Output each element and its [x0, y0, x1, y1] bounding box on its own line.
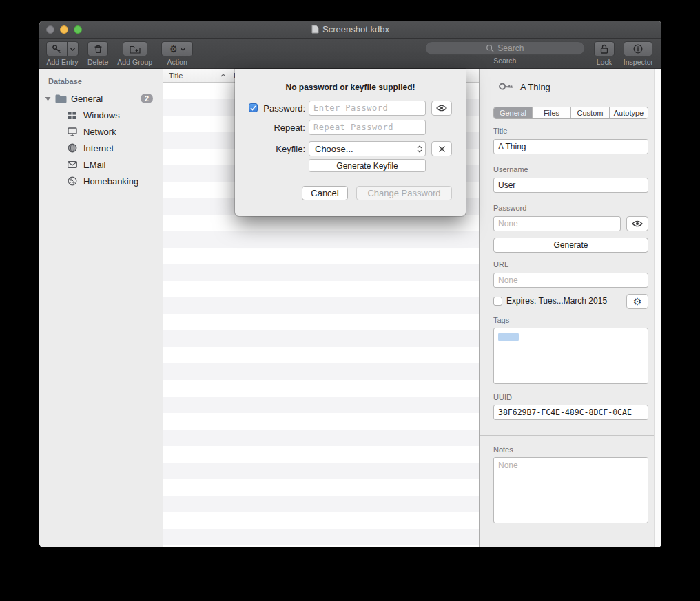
titlebar: Screenshot.kdbx: [39, 21, 661, 39]
tab-autotype[interactable]: Autotype: [610, 107, 648, 118]
sidebar: Database General 2 Windows: [39, 69, 163, 547]
add-entry-label: Add Entry: [46, 58, 78, 66]
folder-plus-icon: [130, 45, 141, 54]
desktop: Screenshot.kdbx Add Entry: [0, 0, 700, 601]
zoom-button[interactable]: [74, 25, 82, 34]
traffic-lights: [46, 25, 82, 34]
inspector-button[interactable]: [624, 41, 652, 56]
toolbar-item-add-group: Add Group: [117, 41, 152, 66]
repeat-password-input[interactable]: [309, 120, 426, 135]
sidebar-item-general[interactable]: General 2: [39, 90, 163, 107]
username-field-label: Username: [493, 165, 528, 173]
expires-label: Expires: Tues...March 2015: [506, 296, 607, 306]
username-field[interactable]: [493, 178, 648, 193]
add-group-label: Add Group: [117, 58, 152, 66]
add-group-button[interactable]: [123, 41, 147, 56]
toolbar-item-search: Search Search: [425, 41, 585, 65]
password-label: Password:: [260, 103, 305, 114]
add-entry-button[interactable]: [46, 41, 79, 56]
uuid-label: UUID: [493, 393, 512, 401]
globe-icon: [67, 143, 77, 153]
search-label: Search: [493, 56, 516, 65]
tab-general[interactable]: General: [494, 107, 533, 118]
app-window: Screenshot.kdbx Add Entry: [39, 21, 661, 547]
tab-files[interactable]: Files: [533, 107, 571, 118]
toolbar-item-inspector: Inspector: [624, 41, 653, 66]
uuid-field[interactable]: [493, 405, 648, 420]
sidebar-item-network[interactable]: Network: [39, 123, 163, 140]
password-field[interactable]: [493, 216, 621, 231]
title-field-label: Title: [493, 127, 507, 135]
keyfile-popup[interactable]: Choose...: [309, 141, 426, 156]
lock-label: Lock: [597, 58, 612, 66]
sidebar-item-label: Homebanking: [83, 176, 138, 187]
toolbar-item-lock: Lock: [594, 41, 615, 66]
show-password-button[interactable]: [626, 216, 648, 231]
url-field-label: URL: [493, 260, 508, 268]
expires-settings-button[interactable]: ⚙: [626, 294, 648, 309]
action-button[interactable]: ⚙: [161, 41, 193, 56]
change-password-button[interactable]: Change Password: [356, 186, 452, 200]
inspector-label: Inspector: [624, 58, 653, 66]
clear-keyfile-button[interactable]: [431, 141, 452, 156]
eye-icon: [436, 105, 447, 112]
notes-field[interactable]: [493, 457, 648, 523]
title-field[interactable]: [493, 139, 648, 154]
chevron-down-icon: [181, 48, 185, 51]
chevron-down-icon[interactable]: [68, 42, 78, 56]
display-icon: [67, 127, 77, 136]
tags-box[interactable]: [493, 328, 648, 384]
tab-custom[interactable]: Custom: [571, 107, 610, 118]
generate-password-button[interactable]: Generate: [493, 238, 648, 253]
delete-label: Delete: [88, 58, 108, 66]
folder-icon: [55, 94, 67, 103]
sidebar-item-internet[interactable]: Internet: [39, 140, 163, 156]
section-divider: [480, 435, 661, 436]
sidebar-header: Database: [39, 74, 163, 90]
sidebar-item-homebanking[interactable]: Homebanking: [39, 173, 163, 189]
sidebar-item-label: Windows: [83, 110, 120, 120]
password-input[interactable]: [309, 101, 426, 116]
sidebar-group-label: General: [71, 94, 103, 104]
percent-coin-icon: [67, 176, 77, 186]
sidebar-item-label: Network: [83, 127, 116, 137]
expires-row: Expires: Tues...March 2015: [493, 296, 607, 306]
expires-checkbox[interactable]: [493, 297, 502, 306]
sidebar-item-windows[interactable]: Windows: [39, 107, 163, 123]
url-field[interactable]: [493, 273, 648, 288]
entry-header: A Thing: [499, 80, 550, 94]
gear-icon: ⚙: [169, 44, 178, 54]
envelope-icon: [67, 161, 77, 168]
tag-chip[interactable]: [498, 333, 519, 341]
entry-title: A Thing: [520, 82, 550, 92]
document-icon: [311, 25, 319, 34]
sidebar-item-label: Internet: [83, 143, 114, 154]
gear-icon: ⚙: [633, 297, 642, 306]
key-icon: [496, 77, 515, 96]
column-title-label: Title: [169, 72, 183, 80]
lock-button[interactable]: [594, 41, 615, 56]
inspector-scrollbar[interactable]: [654, 69, 661, 547]
generate-keyfile-button[interactable]: Generate Keyfile: [309, 159, 426, 172]
disclosure-triangle-icon[interactable]: [45, 96, 51, 101]
trash-icon: [94, 44, 103, 54]
minimize-button[interactable]: [60, 25, 68, 34]
window-title-group: Screenshot.kdbx: [311, 24, 389, 34]
close-button[interactable]: [46, 25, 54, 34]
popup-chevrons-icon: [417, 145, 422, 153]
password-checkbox[interactable]: [249, 103, 258, 112]
delete-button[interactable]: [88, 41, 108, 56]
show-password-button[interactable]: [431, 101, 452, 116]
entry-count-badge: 2: [141, 94, 153, 103]
tags-label: Tags: [493, 316, 509, 324]
close-x-icon: [438, 145, 446, 153]
toolbar-item-delete: Delete: [88, 41, 108, 66]
cancel-button[interactable]: Cancel: [302, 186, 348, 200]
column-header-title[interactable]: Title: [163, 72, 229, 80]
sidebar-item-email[interactable]: EMail: [39, 156, 163, 173]
eye-icon: [632, 220, 643, 227]
sheet-message: No password or keyfile supplied!: [235, 83, 466, 92]
search-input[interactable]: Search: [425, 41, 585, 55]
sort-ascending-icon: [220, 74, 226, 77]
toolbar: Add Entry Delete Add Group: [39, 39, 661, 69]
